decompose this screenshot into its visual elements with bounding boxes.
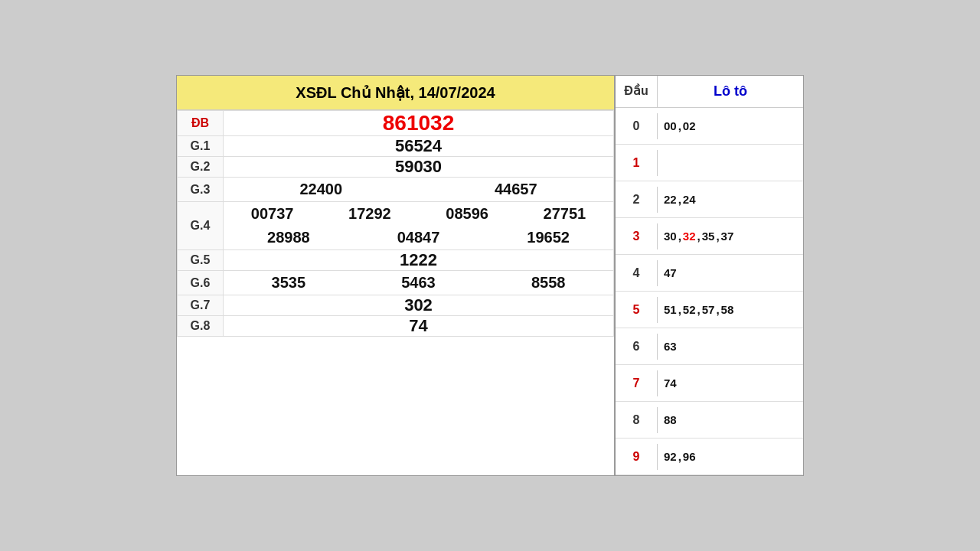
loto-row: 330, 32, 35, 37 [616, 218, 803, 255]
number-value: 08596 [446, 205, 488, 223]
row-label: G.5 [178, 250, 224, 271]
loto-number-list: 51, 52, 57, 58 [658, 297, 803, 322]
row-value: 56524 [224, 136, 614, 157]
loto-number: 24 [683, 193, 696, 206]
loto-number: 37 [721, 230, 734, 243]
loto-number: 88 [664, 413, 677, 426]
loto-row: 447 [616, 255, 803, 292]
table-row: G.32240044657 [178, 178, 614, 202]
loto-number-list: 63 [658, 334, 803, 359]
loto-number: 02 [683, 119, 696, 132]
row-label: ĐB [178, 111, 224, 136]
row-label: G.7 [178, 295, 224, 316]
number-value: 3535 [272, 274, 306, 292]
row-value: 302 [224, 295, 614, 316]
row-value: 74 [224, 316, 614, 337]
loto-row: 992, 96 [616, 439, 803, 475]
row-value: 353554638558 [224, 271, 614, 295]
loto-separator: , [678, 450, 681, 463]
loto-number: 30 [664, 230, 677, 243]
loto-header-dau: Đầu [616, 76, 658, 107]
loto-row: 551, 52, 57, 58 [616, 292, 803, 328]
number-value: 22400 [299, 181, 342, 198]
loto-separator: , [716, 303, 719, 316]
row-value: 00737172920859627751289880484719652 [224, 202, 614, 250]
row-label: G.4 [178, 202, 224, 250]
loto-number-list: 74 [658, 370, 803, 396]
loto-rows: 000, 021222, 24330, 32, 35, 37447551, 52… [616, 108, 803, 475]
loto-dau-digit: 7 [616, 370, 658, 396]
number-value: 27751 [544, 205, 586, 223]
row-value: 2240044657 [224, 178, 614, 202]
loto-number: 47 [664, 266, 677, 279]
loto-dau-digit: 4 [616, 260, 658, 286]
page-title: XSĐL Chủ Nhật, 14/07/2024 [177, 76, 614, 110]
number-value: 44657 [495, 181, 537, 198]
table-row: G.7302 [178, 295, 614, 316]
loto-row: 222, 24 [616, 181, 803, 218]
loto-number: 63 [664, 340, 677, 353]
loto-number-list: 30, 32, 35, 37 [658, 223, 803, 249]
loto-number: 92 [664, 450, 677, 463]
loto-header-loto: Lô tô [658, 76, 803, 107]
loto-separator: , [678, 303, 681, 316]
loto-number: 51 [664, 303, 677, 316]
results-section: XSĐL Chủ Nhật, 14/07/2024 ĐB861032G.1565… [177, 76, 616, 475]
row-value: 861032 [224, 111, 614, 136]
loto-dau-digit: 0 [616, 113, 658, 139]
loto-dau-digit: 9 [616, 444, 658, 470]
row-label: G.3 [178, 178, 224, 202]
loto-separator: , [678, 119, 681, 132]
loto-separator: , [678, 230, 681, 243]
loto-number: 52 [683, 303, 696, 316]
table-row: G.874 [178, 316, 614, 337]
loto-row: 663 [616, 328, 803, 365]
loto-number: 32 [683, 230, 696, 243]
number-value: 19652 [527, 229, 570, 246]
row-value: 59030 [224, 157, 614, 178]
loto-row: 000, 02 [616, 108, 803, 145]
loto-section: Đầu Lô tô 000, 021222, 24330, 32, 35, 37… [616, 76, 803, 475]
loto-separator: , [716, 230, 719, 243]
loto-separator: , [678, 193, 681, 206]
table-row: G.259030 [178, 157, 614, 178]
loto-number-list: 47 [658, 260, 803, 285]
loto-number: 74 [664, 377, 677, 390]
row-label: G.1 [178, 136, 224, 157]
row-label: G.2 [178, 157, 224, 178]
number-value: 04847 [397, 229, 440, 246]
table-row: G.400737172920859627751289880484719652 [178, 202, 614, 250]
loto-dau-digit: 1 [616, 150, 658, 176]
table-row: ĐB861032 [178, 111, 614, 136]
loto-number-list: 00, 02 [658, 113, 803, 139]
number-value: 17292 [348, 205, 391, 223]
row-value: 1222 [224, 250, 614, 271]
loto-number-list: 88 [658, 407, 803, 432]
loto-number: 57 [702, 303, 715, 316]
main-container: XSĐL Chủ Nhật, 14/07/2024 ĐB861032G.1565… [176, 75, 804, 476]
table-row: G.6353554638558 [178, 271, 614, 295]
loto-number-list [658, 157, 803, 169]
loto-number: 58 [721, 303, 734, 316]
loto-number: 22 [664, 193, 677, 206]
loto-dau-digit: 2 [616, 187, 658, 213]
loto-row: 774 [616, 365, 803, 402]
loto-separator: , [697, 230, 701, 243]
number-value: 28988 [267, 229, 310, 246]
table-row: G.156524 [178, 136, 614, 157]
loto-header-row: Đầu Lô tô [616, 76, 803, 108]
loto-row: 888 [616, 402, 803, 439]
number-value: 8558 [531, 274, 566, 292]
loto-dau-digit: 3 [616, 223, 658, 249]
loto-number-list: 92, 96 [658, 444, 803, 469]
table-row: G.51222 [178, 250, 614, 271]
loto-dau-digit: 6 [616, 334, 658, 360]
loto-dau-digit: 8 [616, 407, 658, 433]
loto-number: 96 [683, 450, 696, 463]
loto-row: 1 [616, 145, 803, 181]
loto-number-list: 22, 24 [658, 187, 803, 212]
loto-dau-digit: 5 [616, 297, 658, 323]
number-value: 00737 [251, 205, 294, 223]
row-label: G.8 [178, 316, 224, 337]
results-table: ĐB861032G.156524G.259030G.32240044657G.4… [177, 110, 614, 337]
